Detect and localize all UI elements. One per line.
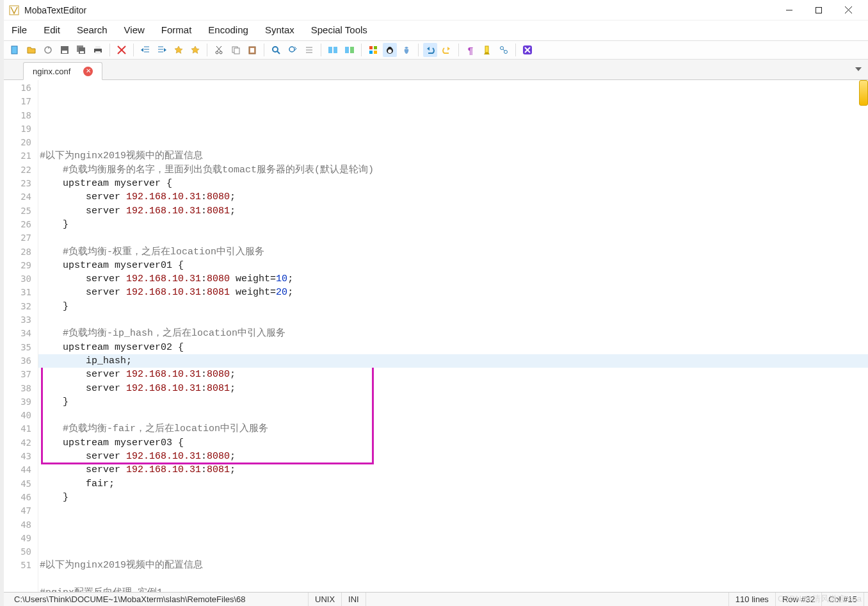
code-line[interactable]: ip_hash; (38, 354, 868, 368)
svg-rect-38 (334, 47, 337, 53)
menu-file[interactable]: File (12, 24, 27, 35)
vertical-scrollbar-thumb[interactable] (859, 80, 868, 106)
print-icon[interactable] (91, 43, 105, 57)
open-file-icon[interactable] (24, 43, 38, 57)
code-line[interactable]: #负载均衡-ip_hash，之后在location中引入服务 (38, 327, 868, 340)
tab-nginx-conf[interactable]: nginx.conf ✕ (23, 62, 102, 80)
save-all-icon[interactable] (74, 43, 88, 57)
menu-bar: File Edit Search View Format Encoding Sy… (4, 20, 868, 40)
app-icon (9, 5, 19, 15)
code-line[interactable] (38, 231, 868, 245)
menu-search[interactable]: Search (77, 24, 108, 35)
bookmark-next-icon[interactable] (188, 43, 202, 57)
bookmark-icon[interactable] (172, 43, 186, 57)
code-line[interactable]: fair; (38, 477, 868, 491)
separator (264, 44, 264, 56)
separator (133, 44, 134, 56)
apple-icon[interactable] (399, 43, 414, 57)
code-content[interactable]: #以下为nginx2019视频中的配置信息 #负载均衡服务的名字，里面列出负载t… (38, 80, 868, 592)
code-line[interactable]: #nginx配置反向代理-实例1 (38, 586, 868, 592)
code-line[interactable]: upstream myserver03 { (38, 436, 868, 450)
goto-icon[interactable] (302, 43, 316, 57)
code-line[interactable]: #以下为nginx2019视频中的配置信息 (38, 149, 868, 163)
menu-view[interactable]: View (124, 24, 145, 35)
code-line[interactable] (38, 518, 868, 532)
status-spacer (366, 593, 729, 606)
code-line[interactable]: #负载均衡服务的名字，里面列出负载tomact服务器的列表(默认是轮询) (38, 163, 868, 177)
pilcrow-icon[interactable]: ¶ (463, 43, 478, 57)
menu-syntax[interactable]: Syntax (265, 24, 294, 35)
window-title: MobaTextEditor (24, 5, 775, 15)
code-line[interactable] (38, 573, 868, 586)
tab-close-icon[interactable]: ✕ (83, 67, 93, 76)
highlight-icon[interactable] (480, 43, 494, 57)
menu-special[interactable]: Special Tools (311, 24, 367, 35)
code-line[interactable] (38, 136, 868, 149)
svg-line-26 (216, 46, 221, 51)
settings-icon[interactable] (497, 43, 511, 57)
windows-icon[interactable] (366, 43, 380, 57)
svg-rect-39 (345, 47, 349, 53)
code-line[interactable] (38, 545, 868, 559)
svg-line-51 (503, 49, 504, 51)
code-line[interactable] (38, 409, 868, 422)
code-line[interactable]: server 192.168.10.31:8081; (38, 382, 868, 395)
menu-edit[interactable]: Edit (44, 24, 60, 35)
code-line[interactable] (38, 313, 868, 327)
save-icon[interactable] (58, 43, 72, 57)
code-line[interactable]: upstream myserver01 { (38, 259, 868, 272)
close-icon[interactable] (115, 43, 129, 57)
code-line[interactable]: } (38, 218, 868, 231)
compare-icon[interactable] (326, 43, 340, 57)
code-line[interactable]: server 192.168.10.31:8081; (38, 204, 868, 218)
search-icon[interactable] (269, 43, 283, 57)
linux-icon[interactable] (383, 43, 397, 57)
code-line[interactable]: } (38, 491, 868, 504)
code-line[interactable]: server 192.168.10.31:8080 weight=10; (38, 272, 868, 286)
undo-icon[interactable] (423, 43, 437, 57)
code-line[interactable]: upstream myserver02 { (38, 341, 868, 354)
tabs-dropdown-icon[interactable] (853, 63, 864, 75)
menu-encoding[interactable]: Encoding (208, 24, 248, 35)
exit-icon[interactable] (520, 43, 534, 57)
code-line[interactable] (38, 504, 868, 518)
new-file-icon[interactable] (8, 43, 22, 57)
code-line[interactable]: server 192.168.10.31:8081; (38, 463, 868, 477)
paste-icon[interactable] (245, 43, 259, 57)
indent-icon[interactable] (155, 43, 169, 57)
diff-icon[interactable] (342, 43, 357, 57)
reload-icon[interactable] (41, 43, 55, 57)
minimize-button[interactable] (775, 0, 804, 20)
maximize-button[interactable] (804, 0, 833, 20)
cut-icon[interactable] (212, 43, 226, 57)
tab-strip: nginx.conf ✕ (4, 60, 868, 80)
replace-icon[interactable] (285, 43, 300, 57)
code-line[interactable]: } (38, 300, 868, 313)
status-col: Col #15 (822, 593, 864, 606)
status-bar: C:\Users\Think\DOCUME~1\MobaXterm\slash\… (4, 592, 868, 606)
status-lang: INI (342, 593, 366, 606)
code-line[interactable]: } (38, 395, 868, 409)
code-line[interactable]: #以下为nginx2019视频中的配置信息 (38, 559, 868, 572)
svg-point-50 (504, 51, 508, 54)
close-window-button[interactable] (833, 0, 863, 20)
redo-icon[interactable] (440, 43, 454, 57)
code-line[interactable]: server 192.168.10.31:8080; (38, 450, 868, 463)
code-line[interactable]: server 192.168.10.31:8080; (38, 368, 868, 381)
menu-format[interactable]: Format (161, 24, 192, 35)
code-line[interactable]: #负载均衡-权重，之后在location中引入服务 (38, 245, 868, 259)
code-line[interactable]: server 192.168.10.31:8080; (38, 190, 868, 204)
separator (207, 44, 207, 56)
svg-rect-40 (350, 47, 354, 53)
svg-rect-2 (816, 7, 822, 13)
code-line[interactable] (38, 532, 868, 545)
separator (321, 44, 321, 56)
code-line[interactable]: #负载均衡-fair，之后在location中引入服务 (38, 422, 868, 436)
svg-rect-5 (12, 46, 17, 54)
status-row: Row #32 (776, 593, 822, 606)
outdent-icon[interactable] (138, 43, 152, 57)
code-line[interactable]: upstream myserver { (38, 177, 868, 190)
copy-icon[interactable] (229, 43, 243, 57)
svg-line-32 (277, 51, 280, 54)
code-line[interactable]: server 192.168.10.31:8081 weight=20; (38, 286, 868, 299)
